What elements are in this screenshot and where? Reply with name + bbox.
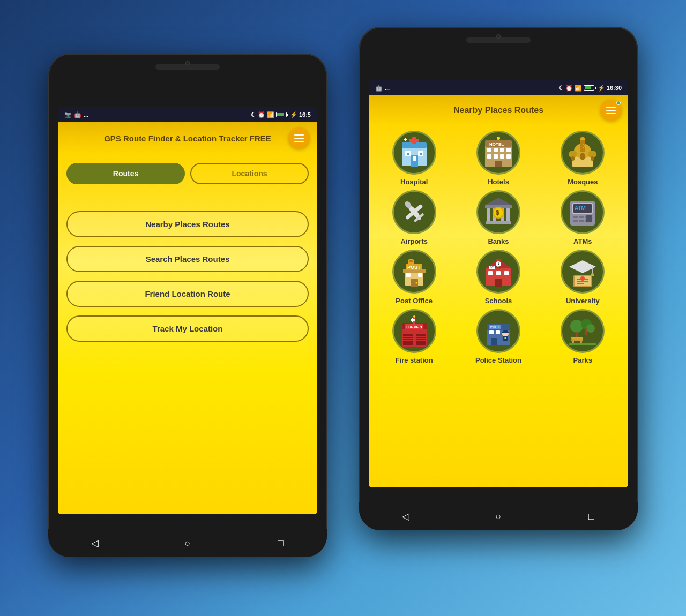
place-atms[interactable]: ATM ATMs [542,190,624,245]
friend-location-button[interactable]: Friend Location Route [66,281,309,307]
airports-label: Airports [400,237,428,245]
place-hospital[interactable]: Hospital [373,131,455,186]
svg-rect-104 [412,318,413,322]
notification-dot [616,101,621,105]
mosques-label: Mosques [568,178,598,186]
hamburger-line-r2 [606,110,616,111]
svg-rect-17 [500,148,504,152]
home-button-left[interactable]: ○ [178,534,197,553]
svg-rect-82 [592,267,593,274]
recent-button-right[interactable]: □ [581,507,601,526]
hotels-svg: HOTEL [482,136,515,169]
place-police-station[interactable]: POLICE [457,309,539,364]
svg-rect-19 [487,154,491,159]
university-icon-circle [561,250,605,294]
place-university[interactable]: University [542,250,624,305]
svg-rect-3 [409,139,419,142]
hospital-icon-circle [392,131,436,175]
hamburger-line-r1 [606,107,616,108]
svg-rect-122 [585,328,587,335]
svg-rect-8 [420,153,422,155]
place-hotels[interactable]: HOTEL [457,131,539,186]
back-button-left[interactable]: ◁ [85,534,105,553]
svg-rect-20 [494,154,498,159]
right-status-bar: 🤖 ... ☾ ⏰ 📶 ⚡ 16:30 [369,80,628,95]
left-app-content: Routes Locations Nearby Places Routes Se… [58,154,317,514]
place-post-office[interactable]: POST [373,250,455,305]
place-fire-station[interactable]: FIRE DEPT Fire station [373,309,455,364]
police-icon-circle: POLICE [476,309,520,353]
police-label: Police Station [475,356,521,364]
svg-text:FIRE DEPT: FIRE DEPT [406,325,423,328]
right-screen: 🤖 ... ☾ ⏰ 📶 ⚡ 16:30 [369,80,628,487]
fire-label: Fire station [396,356,433,364]
recent-button-left[interactable]: □ [271,534,290,553]
banks-label: Banks [488,237,509,245]
banks-icon-circle: $ [476,190,520,234]
left-screen-content: Routes Locations Nearby Places Routes Se… [58,154,317,514]
svg-rect-15 [487,148,491,152]
fire-icon-circle: FIRE DEPT [392,309,436,353]
hamburger-line-3 [294,141,304,142]
place-banks[interactable]: $ Banks [457,190,539,245]
alarm-icon-right: ⏰ [565,85,573,92]
svg-rect-121 [576,332,578,337]
post-label: Post Office [396,297,433,305]
home-button-right[interactable]: ○ [489,507,508,526]
svg-rect-77 [504,271,509,275]
status-left-icons-right: 🤖 ... [375,85,390,92]
back-button-right[interactable]: ◁ [396,507,415,526]
banks-svg: $ [482,196,515,229]
battery-fill [277,113,284,116]
wifi-icon-right: 📶 [575,85,582,92]
more-icon-right: ... [385,85,390,91]
post-icon-circle: POST [392,250,436,294]
post-svg: POST [398,255,431,288]
svg-point-24 [497,137,500,140]
place-schools[interactable]: SCHOOL Schools [457,250,539,305]
left-app-header: GPS Route Finder & Location Tracker FREE [58,122,317,154]
place-airports[interactable]: Airports [373,190,455,245]
svg-rect-115 [489,330,494,334]
tab-routes[interactable]: Routes [66,163,185,184]
svg-rect-94 [403,336,413,337]
svg-rect-99 [416,340,426,341]
status-left-icons: 📷 🤖 ... [64,111,88,118]
left-status-bar: 📷 🤖 ... ☾ ⏰ 📶 ⚡ 16:5 [58,107,317,122]
left-app-title: GPS Route Finder & Location Tracker FREE [87,134,288,143]
svg-rect-40 [487,207,490,221]
place-mosques[interactable]: ☽ Mosques [542,131,624,186]
status-right-info: ☾ ⏰ 📶 ⚡ 16:5 [251,111,311,118]
svg-point-64 [415,282,417,284]
place-parks[interactable]: Parks [542,309,624,364]
svg-rect-39 [486,221,511,224]
svg-rect-51 [573,216,578,218]
svg-rect-21 [500,154,504,159]
hospital-label: Hospital [400,178,428,186]
track-location-button[interactable]: Track My Location [66,315,309,342]
tab-locations[interactable]: Locations [190,163,309,184]
university-label: University [566,297,600,305]
notification-icon: 📷 [64,111,72,118]
hotels-icon-circle: HOTEL [476,131,520,175]
nearby-places-button[interactable]: Nearby Places Routes [66,211,309,237]
hamburger-line-1 [294,134,304,136]
svg-rect-87 [577,281,588,282]
mosques-icon-circle: ☽ [561,131,605,175]
atms-icon-circle: ATM [561,190,605,234]
search-places-button[interactable]: Search Places Routes [66,246,309,272]
left-menu-button[interactable] [288,127,310,149]
battery-tip-right [595,87,596,89]
left-bottom-nav: ◁ ○ □ [48,529,327,557]
phone-right: 🤖 ... ☾ ⏰ 📶 ⚡ 16:30 [359,27,638,530]
main-menu-list: Nearby Places Routes Search Places Route… [66,211,309,342]
moon-icon: ☾ [251,111,256,118]
svg-rect-97 [416,336,426,337]
more-icon: ... [84,111,88,118]
right-screen-content: Hospital HOTEL [369,125,628,487]
right-menu-button[interactable] [600,100,622,121]
hospital-svg [398,136,431,169]
svg-rect-124 [571,337,583,339]
android-icon-right: 🤖 [375,85,383,92]
wifi-icon: 📶 [267,111,274,118]
